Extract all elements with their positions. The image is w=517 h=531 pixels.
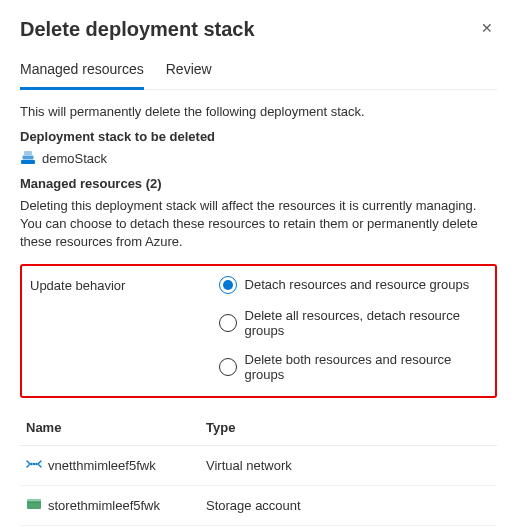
resource-type: Virtual network — [200, 445, 497, 485]
update-behavior-label: Update behavior — [30, 276, 219, 293]
radio-label: Delete both resources and resource group… — [245, 352, 487, 382]
svg-point-4 — [33, 462, 35, 464]
stack-name: demoStack — [42, 151, 107, 166]
radio-label: Detach resources and resource groups — [245, 277, 470, 292]
svg-rect-2 — [24, 151, 32, 155]
radio-delete-resources[interactable]: Delete all resources, detach resource gr… — [219, 308, 487, 338]
svg-point-3 — [30, 462, 32, 464]
resource-type: Storage account — [200, 485, 497, 525]
close-icon[interactable]: ✕ — [477, 18, 497, 38]
stack-heading: Deployment stack to be deleted — [20, 129, 497, 144]
managed-description: Deleting this deployment stack will affe… — [20, 197, 497, 252]
page-title: Delete deployment stack — [20, 18, 255, 41]
stack-item: demoStack — [20, 150, 497, 166]
update-behavior-radio-group: Detach resources and resource groups Del… — [219, 276, 487, 382]
update-behavior-box: Update behavior Detach resources and res… — [20, 264, 497, 398]
virtual-network-icon — [26, 456, 42, 475]
resources-table: Name Type vnetthmimleef5fwk — [20, 410, 497, 526]
radio-button-icon — [219, 358, 237, 376]
table-row: vnetthmimleef5fwk Virtual network — [20, 445, 497, 485]
managed-heading: Managed resources (2) — [20, 176, 497, 191]
tab-managed-resources[interactable]: Managed resources — [20, 61, 144, 90]
deployment-stack-icon — [20, 150, 36, 166]
intro-text: This will permanently delete the followi… — [20, 104, 497, 119]
svg-point-5 — [35, 462, 37, 464]
radio-delete-both[interactable]: Delete both resources and resource group… — [219, 352, 487, 382]
radio-detach[interactable]: Detach resources and resource groups — [219, 276, 487, 294]
table-header-type: Type — [200, 410, 497, 446]
svg-rect-1 — [23, 156, 34, 160]
resource-name: vnetthmimleef5fwk — [48, 458, 156, 473]
tab-bar: Managed resources Review — [20, 61, 497, 90]
radio-label: Delete all resources, detach resource gr… — [245, 308, 487, 338]
tab-review[interactable]: Review — [166, 61, 212, 90]
resource-name: storethmimleef5fwk — [48, 498, 160, 513]
svg-rect-0 — [21, 160, 35, 164]
storage-account-icon — [26, 496, 42, 515]
svg-rect-8 — [27, 501, 41, 502]
table-row: storethmimleef5fwk Storage account — [20, 485, 497, 525]
radio-button-icon — [219, 276, 237, 294]
radio-button-icon — [219, 314, 237, 332]
table-header-name: Name — [20, 410, 200, 446]
